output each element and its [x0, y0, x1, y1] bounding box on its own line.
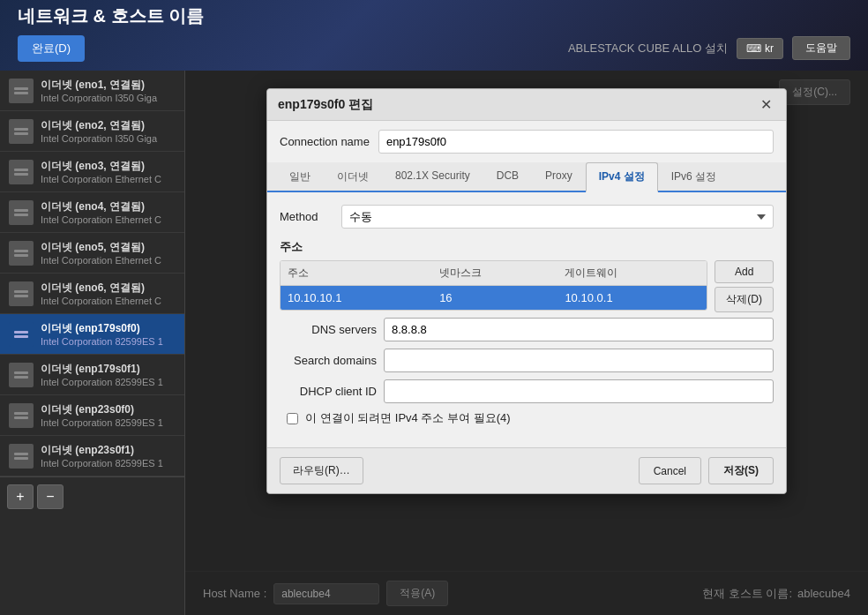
sidebar-item-name: 이더넷 (eno6, 연결됨) — [41, 281, 176, 296]
keyboard-icon: ⌨ — [746, 42, 761, 55]
topbar-title: 네트워크 & 호스트 이름 — [18, 4, 204, 28]
svg-rect-3 — [14, 132, 28, 135]
svg-rect-18 — [14, 453, 28, 455]
ipv4-required-checkbox[interactable] — [287, 413, 298, 424]
edit-dialog: enp179s0f0 편집 ✕ Connection name 일반이더넷802… — [266, 88, 787, 494]
keyboard-button[interactable]: ⌨ kr — [737, 38, 783, 59]
sidebar-item-eno6[interactable]: 이더넷 (eno6, 연결됨) Intel Corporation Ethern… — [0, 274, 184, 314]
svg-rect-4 — [14, 169, 28, 171]
sidebar-item-desc: Intel Corporation 82599ES 1 — [41, 417, 176, 428]
sidebar-item-name: 이더넷 (eno3, 연결됨) — [41, 159, 176, 174]
tab-general[interactable]: 일반 — [276, 162, 324, 191]
sidebar-item-desc: Intel Corporation 82599ES 1 — [41, 377, 176, 387]
col-address: 주소 — [281, 261, 432, 286]
sidebar-item-eno5[interactable]: 이더넷 (eno5, 연결됨) Intel Corporation Ethern… — [0, 233, 184, 274]
address-table-wrap: 주소 넷마스크 게이트웨이 10.10.10.1 16 10.10.0.1 — [280, 260, 707, 311]
svg-rect-12 — [14, 331, 28, 334]
main-content: 설정(C)... enp179s0f0 편집 ✕ Connection name… — [185, 71, 868, 615]
search-domains-label: Search domains — [280, 354, 377, 367]
add-network-button[interactable]: + — [7, 484, 34, 509]
method-row: Method 자동 (DHCP)수동링크-로컬 전용공유됨사용 안함 — [280, 205, 774, 229]
main-area: 이더넷 (eno1, 연결됨) Intel Corporation I350 G… — [0, 71, 868, 615]
dialog-overlay: enp179s0f0 편집 ✕ Connection name 일반이더넷802… — [185, 71, 868, 615]
dialog-footer: 라우팅(R)… Cancel 저장(S) — [267, 447, 786, 493]
conn-name-label: Connection name — [280, 135, 370, 148]
svg-rect-1 — [14, 92, 28, 94]
remove-network-button[interactable]: − — [37, 484, 64, 509]
dialog-close-button[interactable]: ✕ — [757, 96, 775, 113]
svg-rect-10 — [14, 290, 28, 293]
sidebar-item-eno4[interactable]: 이더넷 (eno4, 연결됨) Intel Corporation Ethern… — [0, 192, 184, 233]
tab-dcb[interactable]: DCB — [483, 162, 532, 191]
sidebar-item-desc: Intel Corporation Ethernet C — [41, 255, 176, 266]
sidebar-item-enp179s0f1[interactable]: 이더넷 (enp179s0f1) Intel Corporation 82599… — [0, 355, 184, 395]
table-row[interactable]: 10.10.10.1 16 10.10.0.1 — [281, 286, 707, 311]
sidebar-item-desc: Intel Corporation 82599ES 1 — [41, 336, 176, 347]
ipv4-required-row: 이 연결이 되려면 IPv4 주소 부여 필요(4) — [287, 410, 774, 426]
sidebar-item-name: 이더넷 (enp23s0f0) — [41, 402, 176, 417]
dhcp-input[interactable] — [384, 379, 774, 403]
search-domains-row: Search domains — [280, 349, 774, 372]
network-icon — [9, 281, 34, 306]
cell-gateway: 10.10.0.1 — [557, 286, 707, 311]
dhcp-row: DHCP client ID — [280, 379, 774, 403]
address-table-buttons: Add 삭제(D) — [715, 260, 774, 312]
sidebar-item-eno2[interactable]: 이더넷 (eno2, 연결됨) Intel Corporation I350 G… — [0, 111, 184, 152]
network-icon — [9, 160, 34, 184]
dns-row: DNS servers — [280, 318, 774, 341]
tab-proxy[interactable]: Proxy — [532, 162, 586, 191]
network-icon — [9, 403, 34, 428]
tab-ipv4[interactable]: IPv4 설정 — [586, 162, 658, 192]
col-gateway: 게이트웨이 — [557, 261, 707, 286]
sidebar-item-name: 이더넷 (eno2, 연결됨) — [41, 118, 176, 133]
conn-name-input[interactable] — [378, 130, 774, 154]
sidebar-item-name: 이더넷 (eno5, 연결됨) — [41, 240, 176, 255]
svg-rect-11 — [14, 295, 28, 297]
svg-rect-2 — [14, 128, 28, 131]
dhcp-label: DHCP client ID — [280, 385, 377, 398]
sidebar-item-desc: Intel Corporation Ethernet C — [41, 214, 176, 225]
cancel-button[interactable]: Cancel — [639, 457, 701, 484]
dialog-tabs: 일반이더넷802.1X SecurityDCBProxyIPv4 설정IPv6 … — [267, 162, 786, 192]
help-button[interactable]: 도움말 — [792, 36, 850, 60]
method-select[interactable]: 자동 (DHCP)수동링크-로컬 전용공유됨사용 안함 — [341, 205, 774, 229]
sidebar-item-eno1[interactable]: 이더넷 (eno1, 연결됨) Intel Corporation I350 G… — [0, 71, 184, 111]
add-address-button[interactable]: Add — [715, 260, 774, 283]
svg-rect-17 — [14, 416, 28, 419]
sidebar-item-name: 이더넷 (eno1, 연결됨) — [41, 78, 176, 93]
network-icon — [9, 79, 34, 103]
dns-input[interactable] — [384, 318, 774, 341]
sidebar-item-enp23s0f1[interactable]: 이더넷 (enp23s0f1) Intel Corporation 82599E… — [0, 436, 184, 476]
dialog-titlebar: enp179s0f0 편집 ✕ — [267, 89, 786, 121]
svg-rect-19 — [14, 457, 28, 460]
sidebar-item-enp23s0f0[interactable]: 이더넷 (enp23s0f0) Intel Corporation 82599E… — [0, 395, 184, 436]
search-domains-input[interactable] — [384, 349, 774, 372]
sidebar-item-desc: Intel Corporation I350 Giga — [41, 133, 176, 144]
col-netmask: 넷마스크 — [432, 261, 557, 286]
sidebar-item-name: 이더넷 (enp23s0f1) — [41, 443, 176, 458]
routing-button[interactable]: 라우팅(R)… — [280, 457, 363, 484]
ipv4-required-label: 이 연결이 되려면 IPv4 주소 부여 필요(4) — [305, 410, 511, 426]
svg-rect-7 — [14, 214, 28, 216]
sidebar-buttons: + − — [0, 476, 184, 516]
topbar: 네트워크 & 호스트 이름 완료(D) ABLESTACK CUBE ALLO … — [0, 0, 868, 71]
svg-rect-9 — [14, 254, 28, 257]
done-button[interactable]: 완료(D) — [18, 35, 85, 62]
address-row: 주소 넷마스크 게이트웨이 10.10.10.1 16 10.10.0.1 — [280, 260, 774, 318]
tab-ipv6[interactable]: IPv6 설정 — [658, 162, 730, 191]
sidebar-item-name: 이더넷 (eno4, 연결됨) — [41, 199, 176, 214]
svg-rect-0 — [14, 87, 28, 90]
delete-address-button[interactable]: 삭제(D) — [715, 287, 774, 312]
sidebar-item-eno3[interactable]: 이더넷 (eno3, 연결됨) Intel Corporation Ethern… — [0, 152, 184, 192]
tab-security[interactable]: 802.1X Security — [382, 162, 483, 191]
sidebar-item-desc: Intel Corporation 82599ES 1 — [41, 458, 176, 469]
svg-rect-16 — [14, 412, 28, 415]
save-button[interactable]: 저장(S) — [708, 457, 774, 484]
network-icon — [9, 322, 34, 347]
network-icon — [9, 119, 34, 144]
network-icon — [9, 363, 34, 387]
sidebar-item-enp179s0f0[interactable]: 이더넷 (enp179s0f0) Intel Corporation 82599… — [0, 314, 184, 355]
dialog-body: Method 자동 (DHCP)수동링크-로컬 전용공유됨사용 안함 주소 — [267, 192, 786, 447]
brand-label: ABLESTACK CUBE ALLO 설치 — [568, 41, 728, 56]
tab-ethernet[interactable]: 이더넷 — [324, 162, 382, 191]
